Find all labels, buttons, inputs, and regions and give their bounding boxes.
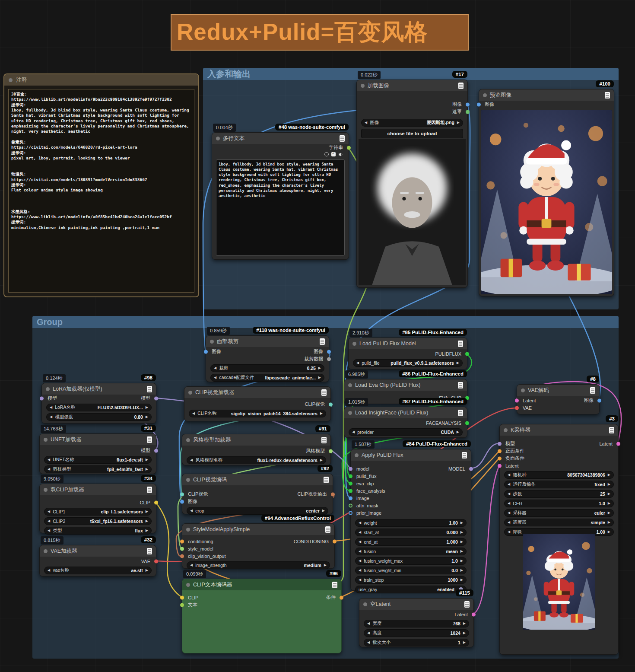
collapse-dot[interactable] xyxy=(186,583,190,587)
output-port-conditioning[interactable] xyxy=(333,539,337,543)
input-port-model[interactable] xyxy=(498,442,502,446)
prev-arrow-icon[interactable] xyxy=(50,415,52,419)
widget-cascade[interactable]: cascade配置文件lbpcascade_animefac... xyxy=(210,374,324,382)
prev-arrow-icon[interactable] xyxy=(48,519,50,523)
node-apply-pulid[interactable]: 1.587秒 #84 PuLID-Flux-Enhanced Apply PuL… xyxy=(350,449,471,591)
widget-image-strength[interactable]: image_strengthmedium xyxy=(187,561,330,569)
node-load-image[interactable]: 0.022秒 #17 加载图像 图像 遮罩 图像 爱因斯坦.png choose… xyxy=(356,80,468,288)
document-icon[interactable] xyxy=(147,386,152,392)
widget-clip1[interactable]: CLIP1clip_l.1.safetensors xyxy=(44,508,152,516)
output-port-model[interactable] xyxy=(469,467,473,471)
next-arrow-icon[interactable] xyxy=(146,510,148,513)
input-port-latent[interactable] xyxy=(515,398,519,402)
widget-batch-size[interactable]: 批次大小1 xyxy=(364,639,469,647)
widget-fusion-weight-min[interactable]: fusion_weight_min0.0 xyxy=(355,567,467,574)
next-arrow-icon[interactable] xyxy=(460,521,463,525)
collapse-dot[interactable] xyxy=(352,342,356,346)
output-port-image[interactable] xyxy=(327,350,331,354)
node-vae-loader[interactable]: 0.815秒 #32 VAE加载器 VAE vae名称ae.sft xyxy=(39,545,156,576)
node-header[interactable]: StyleModelApplySimple xyxy=(182,524,334,535)
document-icon[interactable] xyxy=(147,548,152,554)
output-port-clipvisionoutput[interactable] xyxy=(331,492,335,496)
next-arrow-icon[interactable] xyxy=(460,578,463,582)
upload-button[interactable]: choose file to upload xyxy=(361,129,463,138)
document-icon[interactable] xyxy=(590,387,595,394)
node-ksampler[interactable]: #3 K采样器 模型Latent 正面条件 负面条件 Latent 随机种805… xyxy=(499,424,619,655)
output-port-string[interactable] xyxy=(347,146,351,150)
title-banner[interactable]: Redux+Pulid=百变风格 xyxy=(171,14,469,51)
prev-arrow-icon[interactable] xyxy=(356,361,359,365)
collapse-dot[interactable] xyxy=(216,137,220,140)
document-icon[interactable] xyxy=(464,601,470,608)
output-port-clipvision[interactable] xyxy=(329,402,333,406)
widget-sampler[interactable]: 采样器euler xyxy=(504,509,614,517)
document-icon[interactable] xyxy=(609,427,614,433)
prev-arrow-icon[interactable] xyxy=(508,530,510,534)
next-arrow-icon[interactable] xyxy=(320,459,323,462)
document-icon[interactable] xyxy=(458,410,463,416)
widget-crop[interactable]: cropcenter xyxy=(187,507,328,515)
prev-arrow-icon[interactable] xyxy=(48,529,50,532)
prev-arrow-icon[interactable] xyxy=(50,406,52,409)
prev-arrow-icon[interactable] xyxy=(352,430,355,434)
radio-icon[interactable] xyxy=(324,152,329,156)
node-header[interactable]: 预览图像 xyxy=(479,89,614,101)
widget-image-file[interactable]: 图像 爱因斯坦.png xyxy=(361,119,463,127)
prev-arrow-icon[interactable] xyxy=(359,550,361,553)
next-arrow-icon[interactable] xyxy=(608,473,610,477)
collapse-dot[interactable] xyxy=(44,438,48,442)
node-preview-image[interactable]: #100 预览图像 图像 xyxy=(479,89,614,296)
input-port-image[interactable] xyxy=(477,102,481,106)
document-icon[interactable] xyxy=(458,382,463,389)
input-port-model[interactable] xyxy=(40,396,44,400)
widget-use-gray-toggle[interactable]: use_grayenabled xyxy=(355,586,467,593)
node-load-insightface[interactable]: 1.015秒 #87 PuLID-Flux-Enhanced Load Insi… xyxy=(344,407,467,438)
prev-arrow-icon[interactable] xyxy=(359,578,361,582)
collapse-dot[interactable] xyxy=(9,78,13,82)
next-arrow-icon[interactable] xyxy=(463,631,466,635)
input-port-model[interactable] xyxy=(349,467,352,471)
node-header[interactable]: UNET加载器 xyxy=(40,434,156,445)
next-arrow-icon[interactable] xyxy=(146,415,148,419)
widget-seed[interactable]: 随机种805673041389806 xyxy=(504,471,614,479)
node-header[interactable]: Load PuLID Flux Model xyxy=(349,338,467,349)
next-arrow-icon[interactable] xyxy=(146,519,148,523)
prev-arrow-icon[interactable] xyxy=(508,511,510,515)
widget-steps[interactable]: 步数25 xyxy=(504,490,614,498)
output-port-pulidflux[interactable] xyxy=(465,352,469,356)
prev-arrow-icon[interactable] xyxy=(359,531,361,534)
document-icon[interactable] xyxy=(321,437,327,443)
checkbox-icon[interactable] xyxy=(331,152,336,156)
collapse-dot[interactable] xyxy=(348,411,352,415)
widget-unet-name[interactable]: UNET名称flux1-dev.sft xyxy=(44,456,152,464)
document-icon[interactable] xyxy=(320,338,325,345)
input-port-positive[interactable] xyxy=(498,449,502,453)
node-header[interactable]: 风格模型加载器 xyxy=(182,434,330,446)
output-port-conditioning[interactable] xyxy=(340,596,343,599)
collapse-dot[interactable] xyxy=(355,453,359,457)
collapse-dot[interactable] xyxy=(188,391,192,395)
prev-arrow-icon[interactable] xyxy=(359,540,361,544)
widget-lora-name[interactable]: LoRA名称FLUX\2.5D3D\FLUX... xyxy=(46,404,152,411)
output-port-cropdata[interactable] xyxy=(327,357,331,361)
document-icon[interactable] xyxy=(458,341,463,347)
next-arrow-icon[interactable] xyxy=(146,468,148,471)
next-arrow-icon[interactable] xyxy=(608,492,610,496)
input-port-pulidflux[interactable] xyxy=(349,474,352,478)
input-port-image[interactable] xyxy=(349,496,352,500)
collapse-dot[interactable] xyxy=(483,93,487,97)
next-arrow-icon[interactable] xyxy=(460,540,463,544)
node-multiline-text[interactable]: 0.004秒 #48 was-node-suite-comfyui 多行文本 字… xyxy=(212,132,349,260)
widget-width[interactable]: 宽度768 xyxy=(364,620,469,627)
next-arrow-icon[interactable] xyxy=(457,121,460,124)
widget-stylemodel-name[interactable]: 风格模型名称flux1-redux-dev.safetensors xyxy=(187,456,326,464)
collapse-dot[interactable] xyxy=(186,438,190,442)
group-io-header[interactable]: 入参和输出 xyxy=(203,68,619,80)
next-arrow-icon[interactable] xyxy=(320,412,323,415)
next-arrow-icon[interactable] xyxy=(463,622,466,625)
input-port-latent[interactable] xyxy=(498,464,502,468)
node-face-crop[interactable]: 0.859秒 #118 was-node-suite-comfyui 面部裁剪 … xyxy=(206,335,329,382)
widget-height[interactable]: 高度1024 xyxy=(364,629,469,637)
widget-weight-dtype[interactable]: 剪枝类型fp8_e4m3fn_fast xyxy=(44,465,152,473)
widget-provider[interactable]: providerCUDA xyxy=(349,428,463,436)
